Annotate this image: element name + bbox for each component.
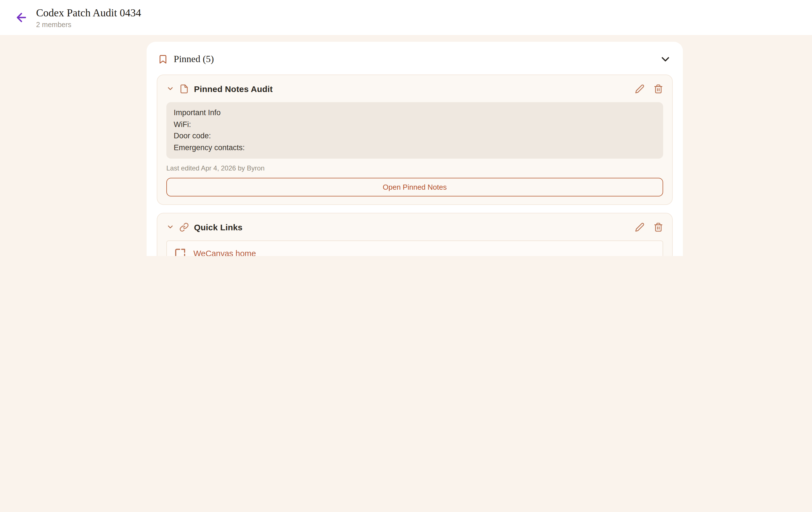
- trash-icon: [654, 84, 663, 93]
- collapse-card-button[interactable]: [166, 85, 174, 92]
- pencil-icon: [635, 222, 644, 232]
- trash-icon: [654, 222, 663, 232]
- pinned-card-notes: Pinned Notes Audit Important Info WiFi: …: [157, 75, 673, 205]
- member-count: 2 members: [36, 21, 141, 28]
- note-line: Door code:: [174, 130, 656, 142]
- card-tools: [635, 84, 663, 93]
- pencil-icon: [635, 84, 644, 93]
- open-pinned-notes-button[interactable]: Open Pinned Notes: [166, 178, 663, 196]
- collapse-card-button[interactable]: [166, 223, 174, 231]
- file-icon: [179, 84, 189, 93]
- chevron-down-icon: [166, 223, 174, 231]
- pinned-card-links: Quick Links WeCanvas home Open Quick Lin…: [157, 213, 673, 256]
- group-title-stack: Codex Patch Audit 0434 2 members: [36, 6, 141, 28]
- delete-button[interactable]: [654, 222, 663, 232]
- card-header: Quick Links: [166, 220, 663, 234]
- card-header: Pinned Notes Audit: [166, 82, 663, 96]
- link-icon: [179, 222, 189, 232]
- pinned-panel: Pinned (5) Pinned Notes Audit: [147, 42, 683, 256]
- note-line: WiFi:: [174, 119, 656, 130]
- edit-button[interactable]: [635, 84, 644, 93]
- note-preview: Important Info WiFi: Door code: Emergenc…: [166, 102, 663, 159]
- page-title: Codex Patch Audit 0434: [36, 6, 141, 19]
- pinned-panel-header: Pinned (5): [157, 52, 673, 66]
- quick-link-row[interactable]: WeCanvas home: [166, 241, 663, 256]
- quick-link-label: WeCanvas home: [194, 249, 256, 256]
- chevron-down-icon: [166, 85, 174, 92]
- arrow-left-icon: [14, 11, 28, 24]
- delete-button[interactable]: [654, 84, 663, 93]
- back-button[interactable]: [11, 7, 32, 28]
- edit-button[interactable]: [635, 222, 644, 232]
- card-tools: [635, 222, 663, 232]
- app-root: Codex Patch Audit 0434 2 members Pinned …: [0, 0, 812, 256]
- external-link-icon: [174, 247, 186, 256]
- bookmark-icon: [158, 54, 168, 64]
- pinned-title: Pinned (5): [174, 54, 214, 65]
- card-title: Pinned Notes Audit: [194, 84, 273, 93]
- note-line: Important Info: [174, 107, 656, 119]
- chevron-down-icon: [659, 53, 672, 65]
- collapse-pinned-button[interactable]: [659, 53, 672, 65]
- group-header: Codex Patch Audit 0434 2 members: [0, 0, 812, 35]
- last-edited-text: Last edited Apr 4, 2026 by Byron: [166, 164, 663, 172]
- note-line: Emergency contacts:: [174, 142, 656, 154]
- card-title: Quick Links: [194, 222, 242, 232]
